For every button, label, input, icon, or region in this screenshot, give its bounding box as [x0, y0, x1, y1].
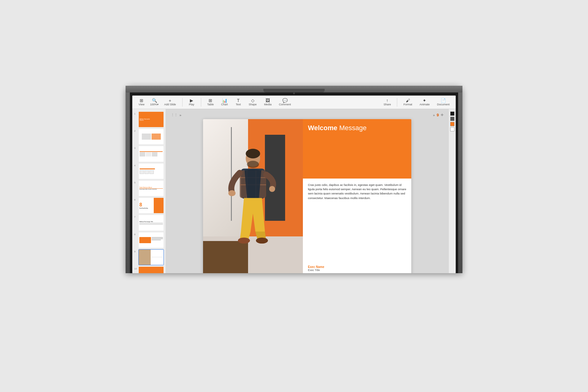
- screen-bezel: ⊞ View 🔍 100%▾ ＋ Add Slide: [130, 90, 458, 273]
- canvas-toolbar-top: ⋮⋮ » » 9 ✛: [170, 113, 445, 117]
- crosshair-icon[interactable]: ✛: [441, 113, 443, 117]
- collapse-icon[interactable]: ⋮⋮: [171, 113, 178, 117]
- list-item: 9: [134, 249, 164, 265]
- list-item: 10 Nullam Venenatis: [134, 266, 164, 273]
- toolbar-group-view: ⊞ View 🔍 100%▾ ＋ Add Slide: [136, 97, 179, 107]
- text-label: Text: [236, 103, 241, 106]
- comment-button[interactable]: 💬 Comment: [277, 97, 293, 107]
- animate-button[interactable]: ✦ Animate: [417, 97, 432, 107]
- comment-icon: 💬: [282, 98, 288, 103]
- slide-canvas-wrapper: Welcome Message Cras justo odio, dapibus…: [170, 119, 445, 273]
- slide-orange-header: Welcome Message: [303, 119, 411, 179]
- person-svg: [223, 139, 283, 252]
- add-slide-icon: ＋: [168, 98, 172, 103]
- slide-content-bottom: Cras justo odio, dapibus ac facilisis in…: [303, 179, 411, 273]
- svg-point-2: [247, 161, 259, 168]
- share-button[interactable]: ↑ Share: [381, 97, 393, 107]
- view-icon: ⊞: [140, 98, 143, 103]
- play-button[interactable]: ▶ Play: [186, 97, 197, 107]
- slide-thumb-9[interactable]: [138, 249, 164, 265]
- view-button[interactable]: ⊞ View: [136, 97, 147, 107]
- list-item: 4: [134, 163, 164, 179]
- laptop-device: ⊞ View 🔍 100%▾ ＋ Add Slide: [126, 86, 462, 306]
- svg-point-1: [246, 149, 260, 158]
- exec-block: Exec Name Exec Title: [308, 265, 406, 272]
- share-icon: ↑: [386, 98, 388, 103]
- add-slide-button[interactable]: ＋ Add Slide: [162, 97, 179, 107]
- slide-thumb-2[interactable]: [138, 129, 164, 145]
- list-item: 1 Nullam Venenatis Praesera: [134, 111, 164, 127]
- play-label: Play: [189, 103, 194, 106]
- animate-icon: ✦: [423, 98, 426, 103]
- view-label: View: [138, 103, 144, 106]
- screen: ⊞ View 🔍 100%▾ ＋ Add Slide: [132, 96, 456, 273]
- shape-label: Shape: [249, 103, 257, 106]
- right-color-panel: [448, 109, 456, 273]
- main-area: 1 Nullam Venenatis Praesera: [132, 109, 456, 273]
- media-label: Media: [264, 103, 272, 106]
- slide-body-text: Cras justo odio, dapibus ac facilisis in…: [308, 183, 406, 200]
- media-button[interactable]: 🖼 Media: [262, 97, 274, 107]
- format-button[interactable]: 🖌 Format: [401, 97, 415, 107]
- media-icon: 🖼: [266, 98, 270, 103]
- page-number: 9: [437, 113, 439, 117]
- shape-icon: ◇: [251, 98, 254, 103]
- list-item: 6 8 Something Heading: [134, 198, 164, 213]
- list-item: 7 Hellmut Prol Large Title: [134, 215, 164, 231]
- slide-thumb-1[interactable]: Nullam Venenatis Praesera: [138, 111, 164, 127]
- play-icon: ▶: [190, 98, 193, 103]
- text-button[interactable]: T Text: [233, 97, 244, 107]
- color-swatch-black[interactable]: [450, 111, 454, 116]
- zoom-icon: 🔍: [152, 98, 157, 103]
- slide-thumb-7[interactable]: Hellmut Prol Large Title: [138, 215, 164, 231]
- document-icon: 📄: [441, 98, 446, 103]
- document-label: Document: [437, 103, 450, 106]
- document-button[interactable]: 📄 Document: [435, 97, 452, 107]
- laptop-base: [126, 86, 462, 92]
- slide-text-area: Welcome Message Cras justo odio, dapibus…: [303, 119, 411, 273]
- shape-button[interactable]: ◇ Shape: [246, 97, 259, 107]
- slide-photo-area: [203, 119, 303, 273]
- svg-point-9: [228, 190, 236, 196]
- svg-point-12: [256, 238, 268, 244]
- text-icon: T: [237, 98, 240, 103]
- svg-point-10: [269, 186, 275, 192]
- canvas-controls-left: ⋮⋮ »: [171, 113, 181, 117]
- zoom-button[interactable]: 🔍 100%▾: [148, 97, 161, 107]
- slide-thumb-4[interactable]: [138, 163, 164, 179]
- svg-point-11: [238, 238, 250, 244]
- format-icon: 🖌: [406, 98, 410, 103]
- camera-dot: [293, 92, 295, 94]
- canvas-area: ⋮⋮ » » 9 ✛: [166, 109, 448, 273]
- laptop-body: ⊞ View 🔍 100%▾ ＋ Add Slide: [126, 86, 462, 273]
- color-swatch-gray[interactable]: [450, 117, 454, 121]
- toolbar-sep-2: [201, 98, 201, 107]
- color-swatch-white[interactable]: [450, 127, 454, 131]
- toolbar-sep-1: [182, 98, 183, 107]
- format-label: Format: [403, 103, 412, 106]
- table-button[interactable]: ⊞ Table: [205, 97, 217, 107]
- comment-label: Comment: [279, 103, 291, 106]
- canvas-controls-right: » 9 ✛: [433, 113, 443, 117]
- list-item: 8: [134, 232, 164, 248]
- list-item: 3: [134, 146, 164, 162]
- toolbar: ⊞ View 🔍 100%▾ ＋ Add Slide: [132, 96, 456, 109]
- slide-thumb-5[interactable]: Trade Distincte About Lorem ipsum dolor …: [138, 180, 164, 196]
- slide-thumb-10[interactable]: Nullam Venenatis: [138, 266, 164, 273]
- slide-thumb-3[interactable]: [138, 146, 164, 162]
- slide-thumb-8[interactable]: [138, 232, 164, 248]
- exec-title: Exec Title: [308, 269, 406, 272]
- add-slide-label: Add Slide: [164, 103, 176, 106]
- welcome-title: Welcome Message: [303, 119, 411, 132]
- color-swatch-orange[interactable]: [450, 122, 454, 126]
- toolbar-sep-3: [397, 98, 397, 107]
- exec-name: Exec Name: [308, 265, 406, 269]
- slide-thumb-6[interactable]: 8 Something Heading: [138, 198, 164, 213]
- prev-icon[interactable]: »: [179, 113, 181, 117]
- slide-canvas[interactable]: Welcome Message Cras justo odio, dapibus…: [203, 119, 411, 273]
- next-icon[interactable]: »: [433, 113, 435, 117]
- list-item: 2: [134, 129, 164, 145]
- chart-button[interactable]: 📊 Chart: [219, 97, 230, 107]
- animate-label: Animate: [420, 103, 430, 106]
- zoom-label: 100%▾: [150, 103, 159, 106]
